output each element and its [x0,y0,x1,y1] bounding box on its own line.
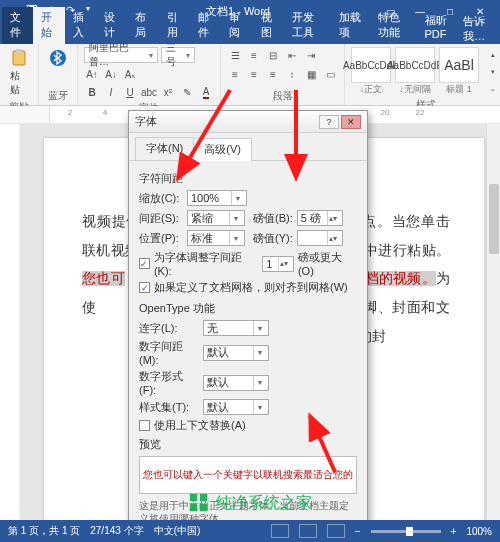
tab-insert[interactable]: 插入 [65,7,96,44]
svg-rect-4 [13,51,25,65]
tab-pdf[interactable]: 福昕PDF [417,10,464,44]
spacing-dropdown[interactable]: 紧缩▾ [187,210,245,226]
numform-dropdown[interactable]: 默认▾ [203,375,269,391]
ligature-dropdown[interactable]: 无▾ [203,320,269,336]
font-size-dropdown[interactable]: 三号▾ [161,47,195,63]
highlight-icon[interactable]: ✎ [179,84,195,100]
doc-highlight: 您也可 [82,271,125,286]
tab-home[interactable]: 开始 [33,7,64,44]
spacing-amount-value: 5 磅 [301,211,321,226]
scale-dropdown[interactable]: 100%▾ [187,190,247,206]
kerning-checkbox[interactable]: ✓ [139,258,150,269]
styleset-dropdown[interactable]: 默认▾ [203,399,269,415]
ribbon: 粘贴 剪贴板 蓝牙 阿里巴巴普…▾ 三号▾ A↑ A↓ Aₓ B I U [0,44,500,106]
underline-icon[interactable]: U [122,84,138,100]
svg-rect-15 [190,504,197,511]
dialog-title: 字体 [135,114,317,129]
tab-developer[interactable]: 开发工具 [284,7,331,44]
tab-references[interactable]: 引用 [159,7,190,44]
lbl-by2: 磅值(Y): [253,231,293,246]
indent-dec-icon[interactable]: ⇤ [284,47,300,63]
zoom-out-button[interactable]: − [355,526,361,537]
increase-font-icon[interactable]: A↑ [84,66,100,82]
decrease-font-icon[interactable]: A↓ [103,66,119,82]
lbl-styleset: 样式集(T): [139,400,199,415]
style-nospacing[interactable]: AaBbCcDdE [395,47,435,83]
style-heading1[interactable]: AaBl [439,47,479,83]
status-bar: 第 1 页，共 1 页 27/143 个字 中文(中国) − + 100% [0,520,500,542]
lbl-scale: 缩放(C): [139,191,183,206]
preview-text: 您也可以键入一个关键字以联机搜索最适合您的 [143,468,353,482]
tab-review[interactable]: 审阅 [221,7,252,44]
align-right-icon[interactable]: ≡ [265,66,281,82]
dialog-close-button[interactable]: ✕ [341,115,361,129]
dialog-help-button[interactable]: ? [319,115,339,129]
view-web-layout[interactable] [327,524,345,538]
align-center-icon[interactable]: ≡ [246,66,262,82]
bullets-icon[interactable]: ☰ [227,47,243,63]
position-amount-spinner[interactable]: ▴▾ [297,230,343,246]
styles-down-icon[interactable]: ▾ [485,64,500,80]
zoom-in-button[interactable]: + [451,526,457,537]
zoom-slider[interactable] [371,530,441,533]
bluetooth-button[interactable] [45,47,71,69]
svg-rect-13 [190,494,197,501]
scrollbar-thumb[interactable] [489,184,499,254]
dialog-tab-advanced[interactable]: 高级(V) [193,138,252,161]
style-normal[interactable]: AaBbCcDdE [351,47,391,83]
styles-more-icon[interactable]: ⌄ [485,81,500,97]
strike-icon[interactable]: abc [141,84,157,100]
dialog-titlebar[interactable]: 字体 ? ✕ [129,111,367,133]
preview-box: 您也可以键入一个关键字以联机搜索最适合您的 [139,456,357,494]
tab-file[interactable]: 文件 [2,7,33,44]
lbl-kerning: 为字体调整字间距(K): [154,250,258,277]
borders-icon[interactable]: ▭ [322,66,338,82]
spacing-amount-spinner[interactable]: 5 磅▴▾ [297,210,343,226]
status-language[interactable]: 中文(中国) [154,524,201,538]
tab-addins[interactable]: 加载项 [331,7,370,44]
bold-icon[interactable]: B [84,84,100,100]
lbl-context-alt: 使用上下文替换(A) [154,418,246,433]
group-font: 阿里巴巴普…▾ 三号▾ A↑ A↓ Aₓ B I U abc x² ✎ A 字体 [78,44,221,105]
numbering-icon[interactable]: ≡ [246,47,262,63]
tab-view[interactable]: 视图 [253,7,284,44]
lbl-numform: 数字形式(F): [139,369,199,396]
super-sub-icon[interactable]: x² [160,84,176,100]
status-page[interactable]: 第 1 页，共 1 页 [8,524,80,538]
numspace-value: 默认 [207,345,229,360]
numspace-dropdown[interactable]: 默认▾ [203,345,269,361]
bluetooth-icon [49,49,67,67]
kerning-value-spinner[interactable]: 1▴▾ [262,256,294,272]
font-dialog: 字体 ? ✕ 字体(N) 高级(V) 字符间距 缩放(C): 100%▾ 间距(… [128,110,368,542]
snap-grid-checkbox[interactable]: ✓ [139,282,150,293]
lbl-by1: 磅值(B): [253,211,293,226]
dialog-tab-font[interactable]: 字体(N) [135,137,194,160]
italic-icon[interactable]: I [103,84,119,100]
shading-icon[interactable]: ▦ [303,66,319,82]
zoom-level[interactable]: 100% [466,526,492,537]
svg-rect-14 [200,494,207,501]
font-color-icon[interactable]: A [198,84,214,100]
tellme[interactable]: 告诉我… [463,14,494,44]
group-paragraph: ☰ ≡ ⊟ ⇤ ⇥ ≡ ≡ ≡ ↕ ▦ ▭ 段落 [221,44,345,105]
styles-up-icon[interactable]: ▴ [485,47,500,63]
status-wordcount[interactable]: 27/143 个字 [90,524,143,538]
font-name-dropdown[interactable]: 阿里巴巴普…▾ [84,47,158,63]
tab-layout[interactable]: 布局 [127,7,158,44]
align-left-icon[interactable]: ≡ [227,66,243,82]
indent-inc-icon[interactable]: ⇥ [303,47,319,63]
vertical-scrollbar[interactable] [486,124,500,520]
clear-format-icon[interactable]: Aₓ [122,66,138,82]
line-spacing-icon[interactable]: ↕ [284,66,300,82]
context-alt-checkbox[interactable] [139,420,150,431]
tab-mailings[interactable]: 邮件 [190,7,221,44]
view-print-layout[interactable] [299,524,317,538]
vertical-ruler[interactable] [0,124,20,520]
view-read-mode[interactable] [271,524,289,538]
multilevel-icon[interactable]: ⊟ [265,47,281,63]
paste-button[interactable]: 粘贴 [6,47,32,99]
tab-special[interactable]: 特色功能 [370,7,417,44]
tab-design[interactable]: 设计 [96,7,127,44]
position-dropdown[interactable]: 标准▾ [187,230,245,246]
svg-rect-16 [200,504,207,511]
